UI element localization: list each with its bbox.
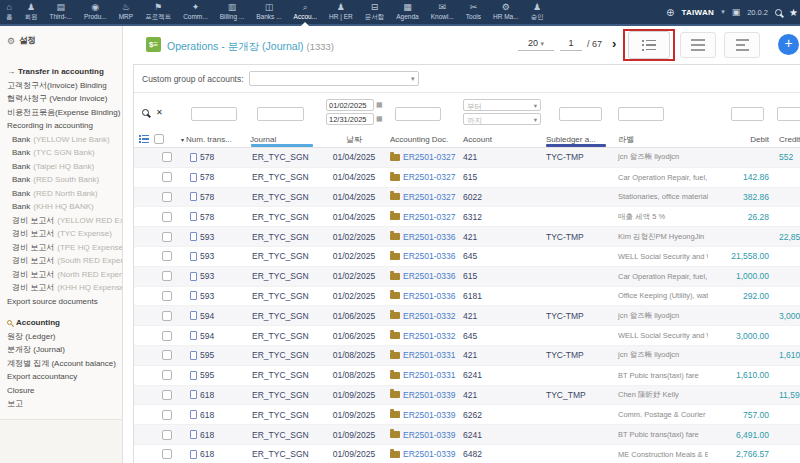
accounting-doc-link[interactable]: ER2501-0336 xyxy=(403,291,455,301)
table-row[interactable]: 578ER_TYC_SGN01/04/2025ER2501-0327↧6312매… xyxy=(134,207,800,227)
topbar-item[interactable]: ♨MRP xyxy=(113,0,139,24)
row-checkbox[interactable] xyxy=(162,311,172,321)
language-selector[interactable]: TAIWAN xyxy=(681,8,714,17)
topbar-item[interactable]: ♟HR | ER xyxy=(323,0,359,24)
row-checkbox[interactable] xyxy=(162,350,172,360)
table-row[interactable]: 595ER_TYC_SGN01/08/2025ER2501-0331↧421TY… xyxy=(134,346,800,366)
page-size-selector[interactable]: 20 ▾ xyxy=(518,38,554,51)
sidebar-item[interactable]: 경비 보고서(TYC Expense) xyxy=(7,227,122,241)
row-checkbox[interactable] xyxy=(162,331,172,341)
accounting-doc-link[interactable]: ER2501-0336 xyxy=(403,251,455,261)
custom-group-select[interactable]: ▾ xyxy=(249,71,419,86)
topbar-item[interactable]: ▦Agenda xyxy=(390,0,424,24)
sidebar-settings[interactable]: ⚙ 설정 xyxy=(0,26,122,47)
sidebar-item[interactable]: 분개장 (Journal) xyxy=(7,343,122,357)
topbar-item[interactable]: ▥Billing ... xyxy=(214,0,251,24)
sidebar-item[interactable]: Bank(RED South Bank) xyxy=(7,173,122,187)
topbar-item[interactable]: ♟회원 xyxy=(19,0,44,24)
topbar-item[interactable]: ♟승인 xyxy=(525,0,550,24)
table-row[interactable]: 618ER_TYC_SGN01/09/2025ER2501-0339↧6482M… xyxy=(134,445,800,463)
row-checkbox[interactable] xyxy=(162,152,172,162)
sidebar-item[interactable]: Closure xyxy=(7,384,122,398)
favorites-icon[interactable]: ★ xyxy=(789,7,798,18)
table-row[interactable]: 593ER_TYC_SGN01/02/2025ER2501-0336↧615Ca… xyxy=(134,267,800,287)
switch-view-text-button[interactable] xyxy=(724,32,760,58)
filter-label-input[interactable] xyxy=(618,107,664,121)
calendar-icon[interactable]: ▦ xyxy=(376,101,383,109)
row-checkbox[interactable] xyxy=(162,370,172,380)
col-debit[interactable]: Debit xyxy=(708,131,773,147)
col-accounting-doc[interactable]: Accounting Doc. xyxy=(386,131,458,147)
date-to-input[interactable] xyxy=(326,113,374,125)
sidebar-item[interactable]: 비용전표묶음(Expense Binding) xyxy=(7,106,122,120)
col-label[interactable]: 라벨 xyxy=(613,131,708,147)
table-row[interactable]: 618ER_TYC_SGN01/09/2025ER2501-0339↧6262C… xyxy=(134,405,800,425)
table-row[interactable]: 593ER_TYC_SGN01/02/2025ER2501-0336↧645WE… xyxy=(134,247,800,267)
topbar-item[interactable]: ▤Third-... xyxy=(44,0,78,24)
sidebar-section-accounting[interactable]: Accounting xyxy=(7,316,122,330)
table-row[interactable]: 595ER_TYC_SGN01/08/2025ER2501-0331↧6241B… xyxy=(134,366,800,386)
accounting-doc-link[interactable]: ER2501-0327 xyxy=(403,192,455,202)
sidebar-item[interactable]: 원장 (Ledger) xyxy=(7,330,122,344)
row-checkbox[interactable] xyxy=(162,271,172,281)
new-record-button[interactable]: + xyxy=(778,34,799,55)
accounting-doc-link[interactable]: ER2501-0331 xyxy=(403,350,455,360)
sidebar-item[interactable]: 고객청구서(Invoice) Binding xyxy=(7,79,122,93)
row-checkbox[interactable] xyxy=(162,410,172,420)
sidebar-item[interactable]: Bank(Taipei HQ Bank) xyxy=(7,160,122,174)
sidebar-item[interactable]: 협력사청구 (Vendor Invoice) xyxy=(7,92,122,106)
filter-journal-input[interactable] xyxy=(257,107,304,121)
topbar-item[interactable]: ◉Produ... xyxy=(78,0,113,24)
accounting-doc-link[interactable]: ER2501-0336 xyxy=(403,232,455,242)
clear-search-icon[interactable]: ✕ xyxy=(156,108,163,117)
sidebar-item[interactable]: Recording in accounting xyxy=(7,119,122,133)
topbar-item[interactable]: ⌂홈 xyxy=(0,0,19,24)
topbar-item[interactable]: ◫Banks ... xyxy=(250,0,287,24)
sidebar-item[interactable]: Bank(YELLOW Line Bank) xyxy=(7,133,122,147)
page-number-input[interactable]: 1 xyxy=(560,38,582,51)
col-date[interactable]: 날짜 xyxy=(322,131,386,147)
row-checkbox[interactable] xyxy=(162,449,172,459)
table-row[interactable]: 578ER_TYC_SGN01/04/2025ER2501-0327↧6022S… xyxy=(134,188,800,208)
table-row[interactable]: 618ER_TYC_SGN01/09/2025ER2501-0339↧421TY… xyxy=(134,386,800,406)
sidebar-item[interactable]: Export accountancy xyxy=(7,370,122,384)
sidebar-item[interactable]: 경비 보고서(TPE HQ Expense) xyxy=(7,241,122,255)
topbar-item[interactable]: ✦Comm... xyxy=(177,0,214,24)
accounting-doc-link[interactable]: ER2501-0339 xyxy=(403,410,455,420)
filter-credit-input[interactable] xyxy=(777,107,800,121)
row-checkbox[interactable] xyxy=(162,251,172,261)
calendar-icon[interactable]: ▦ xyxy=(376,115,383,123)
search-icon[interactable] xyxy=(142,109,149,116)
sidebar-item[interactable]: 경비 보고서(South RED Expen... xyxy=(7,254,122,268)
topbar-item[interactable]: ✂Tools xyxy=(460,0,487,24)
row-checkbox[interactable] xyxy=(162,172,172,182)
sidebar-section-transfer-in-accounting[interactable]: →Transfer in accounting xyxy=(7,65,122,79)
accounting-doc-link[interactable]: ER2501-0332 xyxy=(403,331,455,341)
filter-subledger-input[interactable] xyxy=(559,107,602,121)
filter-doc-input[interactable] xyxy=(395,107,441,121)
account-to-select[interactable]: 까지 ▾ xyxy=(463,113,541,125)
topbar-item[interactable]: ⌕Accou... xyxy=(288,0,323,24)
table-row[interactable]: 594ER_TYC_SGN01/06/2025ER2501-0332↧645WE… xyxy=(134,326,800,346)
accounting-doc-link[interactable]: ER2501-0327 xyxy=(403,212,455,222)
col-credit[interactable]: Credit xyxy=(773,131,800,147)
table-row[interactable]: 578ER_TYC_SGN01/04/2025ER2501-0327↧615Ca… xyxy=(134,168,800,188)
sidebar-item[interactable]: Bank(TYC SGN Bank) xyxy=(7,146,122,160)
column-settings-icon[interactable] xyxy=(134,131,154,147)
row-checkbox[interactable] xyxy=(162,232,172,242)
table-row[interactable]: 594ER_TYC_SGN01/06/2025ER2501-0332↧421TY… xyxy=(134,306,800,326)
accounting-doc-link[interactable]: ER2501-0332 xyxy=(403,311,455,321)
topbar-item[interactable]: ⚑프로젝트 xyxy=(139,0,177,24)
sidebar-item[interactable]: 경비 보고서(YELLOW RED Ex... xyxy=(7,214,122,228)
date-from-input[interactable] xyxy=(326,99,374,111)
accounting-doc-link[interactable]: ER2501-0339 xyxy=(403,430,455,440)
sidebar-item[interactable]: Bank(KHH HQ BANK) xyxy=(7,200,122,214)
accounting-doc-link[interactable]: ER2501-0331 xyxy=(403,370,455,380)
switch-view-form-button[interactable] xyxy=(680,32,716,58)
table-row[interactable]: 578ER_TYC_SGN01/04/2025ER2501-0327↧421TY… xyxy=(134,148,800,168)
col-num-transaction[interactable]: ▾Num. trans... xyxy=(180,131,250,147)
accounting-doc-link[interactable]: ER2501-0327 xyxy=(403,152,455,162)
sidebar-item[interactable]: Export source documents xyxy=(7,295,122,309)
row-checkbox[interactable] xyxy=(162,212,172,222)
accounting-doc-link[interactable]: ER2501-0336 xyxy=(403,271,455,281)
